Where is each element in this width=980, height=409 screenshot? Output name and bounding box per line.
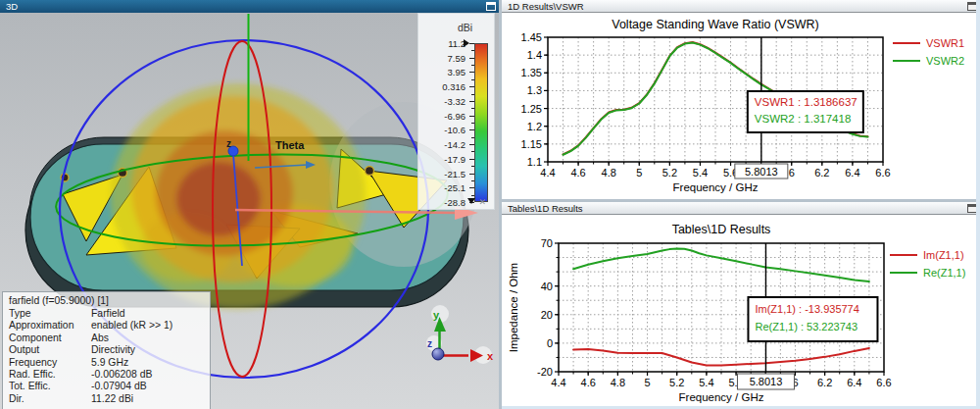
colorbar-tick-label: 3.95 — [448, 67, 466, 77]
theta-label: Theta — [275, 139, 305, 151]
svg-text:Re(Z1,1): Re(Z1,1) — [923, 267, 965, 279]
svg-text:6.6: 6.6 — [875, 167, 890, 179]
colorbar-tick-label: -14.2 — [444, 139, 466, 150]
svg-text:5.4: 5.4 — [693, 167, 708, 179]
farfield-row: TypeFarfield — [9, 308, 204, 320]
triad-x-label: x — [487, 350, 494, 362]
application-window: 3D — [0, 0, 980, 409]
vswr-result-panel: 1D Results\VSWR 4.44.64.855.25.45.666.26… — [502, 0, 980, 199]
svg-text:4.6: 4.6 — [570, 167, 585, 179]
restore-window-icon[interactable] — [486, 2, 496, 11]
svg-text:1.3: 1.3 — [527, 84, 542, 96]
svg-text:5.2: 5.2 — [662, 167, 677, 179]
svg-text:6: 6 — [789, 167, 795, 179]
farfield-row: Dir.11.22 dBi — [9, 393, 204, 405]
restore-window-icon[interactable] — [967, 2, 977, 11]
svg-text:1.1: 1.1 — [527, 156, 542, 168]
vswr-panel-title: 1D Results\VSWR — [508, 1, 584, 12]
vswr-panel-titlebar[interactable]: 1D Results\VSWR — [502, 0, 980, 13]
svg-text:1.25: 1.25 — [521, 103, 542, 115]
svg-text:5.4: 5.4 — [699, 377, 713, 388]
svg-text:40: 40 — [541, 281, 553, 292]
colorbar-min-marker-icon — [467, 198, 475, 204]
svg-text:VSWR1 : 1.3186637: VSWR1 : 1.3186637 — [755, 96, 858, 108]
3d-panel-title: 3D — [6, 1, 18, 12]
z-axis-ball-icon — [432, 348, 444, 360]
svg-text:4.4: 4.4 — [540, 167, 555, 179]
svg-text:1.15: 1.15 — [521, 138, 542, 150]
svg-text:VSWR1: VSWR1 — [926, 37, 964, 49]
colorbar-tick-label: -10.6 — [444, 125, 466, 135]
svg-text:-20: -20 — [537, 366, 553, 378]
close-icon[interactable]: ✕ — [478, 197, 486, 207]
triad-z-label: z — [427, 338, 432, 349]
farfield-row: OutputDirectivity — [9, 344, 204, 356]
svg-text:Im(Z1,1) : -13.935774: Im(Z1,1) : -13.935774 — [755, 303, 858, 315]
svg-text:Impedance / Ohm: Impedance / Ohm — [508, 263, 519, 352]
svg-text:1.35: 1.35 — [521, 67, 542, 78]
svg-text:5.2: 5.2 — [669, 377, 684, 388]
farfield-row: Frequency5.9 GHz — [9, 357, 204, 369]
svg-text:Im(Z1,1): Im(Z1,1) — [923, 249, 964, 261]
colorbar-tick-label: -3.32 — [444, 95, 466, 106]
colorbar-tick-label: -17.9 — [444, 153, 466, 164]
impedance-chart[interactable]: 4.44.64.855.25.45.666.26.46.6-200204070T… — [502, 215, 980, 409]
farfield-row: Tot. Effic.-0.07904 dB — [9, 381, 204, 392]
farfield-row: Approximationenabled (kR >> 1) — [9, 320, 204, 332]
svg-text:Voltage Standing Wave Ratio (V: Voltage Standing Wave Ratio (VSWR) — [612, 18, 818, 31]
svg-text:0: 0 — [547, 337, 553, 349]
colorbar-tick-label: -25.1 — [444, 182, 466, 193]
colorbar-tick-label: 7.59 — [448, 52, 466, 63]
3d-view-panel: 3D — [0, 0, 499, 409]
svg-text:4.4: 4.4 — [551, 377, 565, 388]
farfield-info-box: farfield (f=05.9000) [1] TypeFarfieldApp… — [2, 291, 211, 409]
colorbar-tick-label: -28.8 — [444, 197, 466, 208]
farfield-row: Rad. Effic.-0.006208 dB — [9, 369, 204, 381]
colorbar-tick-label: -21.5 — [444, 168, 466, 179]
colorbar-gradient — [474, 43, 488, 202]
svg-text:4.8: 4.8 — [611, 377, 625, 388]
svg-text:6.2: 6.2 — [814, 167, 829, 179]
svg-text:1.45: 1.45 — [521, 31, 542, 43]
vswr-chart[interactable]: 4.44.64.855.25.45.666.26.46.61.11.151.21… — [502, 13, 980, 199]
svg-text:5.8013: 5.8013 — [745, 166, 778, 178]
svg-text:5.8013: 5.8013 — [750, 376, 783, 387]
svg-text:1.2: 1.2 — [527, 121, 542, 132]
svg-text:6.6: 6.6 — [876, 377, 891, 388]
z-axis-label: z — [226, 138, 231, 149]
svg-text:5: 5 — [644, 377, 650, 388]
svg-text:VSWR2: VSWR2 — [926, 55, 964, 67]
colorbar: dBi 11.27.593.950.316-3.32-6.96-10.6-14.… — [417, 13, 495, 210]
svg-text:70: 70 — [541, 237, 553, 249]
colorbar-labels: 11.27.593.950.316-3.32-6.96-10.6-14.2-17… — [422, 43, 467, 202]
colorbar-tick-label: -6.96 — [444, 110, 466, 121]
farfield-rows: TypeFarfieldApproximationenabled (kR >> … — [9, 308, 204, 405]
farfield-row: ComponentAbs — [9, 332, 204, 344]
impedance-panel-title: Tables\1D Results — [508, 203, 583, 214]
svg-text:6.4: 6.4 — [845, 167, 859, 179]
svg-text:20: 20 — [541, 309, 553, 321]
svg-text:Frequency / GHz: Frequency / GHz — [679, 391, 764, 403]
svg-text:6.4: 6.4 — [847, 377, 861, 388]
svg-text:Frequency / GHz: Frequency / GHz — [673, 181, 759, 193]
svg-text:VSWR2 : 1.317418: VSWR2 : 1.317418 — [755, 113, 851, 125]
3d-panel-titlebar[interactable]: 3D — [0, 0, 499, 13]
svg-text:4.8: 4.8 — [602, 167, 616, 179]
colorbar-ticks — [469, 43, 474, 202]
svg-text:Tables\1D Results: Tables\1D Results — [672, 223, 771, 236]
svg-text:Re(Z1,1) : 53.223743: Re(Z1,1) : 53.223743 — [755, 321, 858, 332]
colorbar-unit-label: dBi — [418, 22, 494, 33]
svg-text:4.6: 4.6 — [581, 377, 596, 388]
impedance-result-panel: Tables\1D Results 4.44.64.855.25.45.666.… — [502, 202, 980, 409]
radiation-pattern-blob — [111, 83, 366, 309]
farfield-header: farfield (f=05.9000) [1] — [9, 294, 204, 307]
triad-y-label: y — [433, 309, 440, 321]
impedance-panel-titlebar[interactable]: Tables\1D Results — [502, 202, 980, 215]
svg-text:6.2: 6.2 — [817, 377, 832, 388]
colorbar-max-marker-icon — [464, 39, 469, 47]
svg-text:1.4: 1.4 — [527, 49, 542, 61]
restore-window-icon[interactable] — [967, 204, 977, 213]
colorbar-tick-label: 0.316 — [442, 81, 466, 92]
svg-text:5: 5 — [636, 167, 642, 179]
